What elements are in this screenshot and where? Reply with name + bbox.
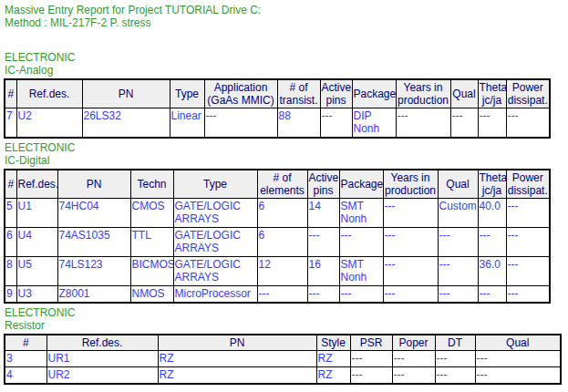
table-cell: GATE/LOGIC ARRAYS xyxy=(173,228,257,257)
section-subcategory: Resistor xyxy=(5,319,566,332)
parts-table-ic-analog: #Ref.des.PNTypeApplication (GaAs MMIC)# … xyxy=(4,78,551,139)
column-header: Active pins xyxy=(307,170,339,199)
column-header: Style xyxy=(316,335,350,351)
column-header: Application (GaAs MMIC) xyxy=(204,79,277,108)
table-cell: MicroProcessor xyxy=(173,286,257,304)
table-cell: 6 xyxy=(257,228,307,257)
table-cell: 4 xyxy=(5,367,46,385)
table-cell: --- xyxy=(506,286,550,304)
column-header: PN xyxy=(57,170,130,199)
sections-container: ELECTRONICIC-Analog#Ref.des.PNTypeApplic… xyxy=(3,51,566,385)
column-header: Type xyxy=(170,79,204,108)
column-header: Poper xyxy=(392,335,435,351)
table-cell: --- xyxy=(478,228,506,257)
table-cell: 7 xyxy=(5,108,16,139)
table-cell: --- xyxy=(392,351,435,367)
table-cell: --- xyxy=(438,286,478,304)
table-cell: --- xyxy=(478,286,506,304)
table-cell: --- xyxy=(383,228,438,257)
table-cell: U3 xyxy=(16,286,57,304)
table-cell: --- xyxy=(204,108,277,139)
table-cell: 14 xyxy=(307,199,339,228)
table-cell: --- xyxy=(435,367,475,385)
table-row: 6U474AS1035TTLGATE/LOGIC ARRAYS6--------… xyxy=(5,228,550,257)
column-header: # of transist. xyxy=(277,79,320,108)
table-cell: U2 xyxy=(16,108,82,139)
table-cell: 88 xyxy=(277,108,320,139)
column-header: Qual xyxy=(450,79,478,108)
section-subcategory: IC-Digital xyxy=(5,154,566,167)
table-cell: UR1 xyxy=(46,351,158,367)
table-cell: 74HC04 xyxy=(57,199,130,228)
section-category: ELECTRONIC xyxy=(5,51,566,64)
table-cell: Custom xyxy=(438,199,478,228)
column-header: Power dissipat. xyxy=(506,170,550,199)
table-cell: --- xyxy=(475,351,561,367)
column-header: # of elements xyxy=(257,170,307,199)
column-header: Theta jc/ja xyxy=(478,79,506,108)
table-row: 9U3Z8001NMOSMicroProcessor--------------… xyxy=(5,286,550,304)
column-header: Active pins xyxy=(320,79,352,108)
table-cell: --- xyxy=(257,286,307,304)
table-cell: SMT Nonh xyxy=(339,257,383,286)
table-cell: 40.0 xyxy=(478,199,506,228)
column-header: # xyxy=(5,170,16,199)
column-header: Package xyxy=(352,79,396,108)
table-cell: TTL xyxy=(130,228,173,257)
column-header: PN xyxy=(82,79,170,108)
column-header: Ref.des. xyxy=(46,335,158,351)
column-header: Ref.des. xyxy=(16,79,82,108)
table-cell: 6 xyxy=(5,228,16,257)
table-cell: 6 xyxy=(257,199,307,228)
table-cell: --- xyxy=(339,286,383,304)
table-cell: SMT Nonh xyxy=(339,199,383,228)
table-cell: GATE/LOGIC ARRAYS xyxy=(173,199,257,228)
table-cell: --- xyxy=(320,108,352,139)
table-cell: 5 xyxy=(5,199,16,228)
table-cell: 26LS32 xyxy=(82,108,170,139)
table-cell: NMOS xyxy=(130,286,173,304)
column-header: Years in production xyxy=(383,170,438,199)
parts-table-ic-digital: #Ref.des.PNTechnType# of elementsActive … xyxy=(4,169,551,304)
table-cell: 74LS123 xyxy=(57,257,130,286)
table-cell: --- xyxy=(506,199,550,228)
header-row: #Ref.des.PNTypeApplication (GaAs MMIC)# … xyxy=(5,79,550,108)
table-cell: --- xyxy=(438,257,478,286)
table-cell: 8 xyxy=(5,257,16,286)
column-header: # xyxy=(5,79,16,108)
table-cell: --- xyxy=(307,228,339,257)
table-cell: RZ xyxy=(316,367,350,385)
table-row: 4UR2RZRZ------------ xyxy=(5,367,561,385)
table-cell: --- xyxy=(383,257,438,286)
table-cell: --- xyxy=(339,228,383,257)
column-header: Power dissipat. xyxy=(506,79,550,108)
report-section: ELECTRONICResistor#Ref.des.PNStylePSRPop… xyxy=(3,306,566,385)
report-section: ELECTRONICIC-Digital#Ref.des.PNTechnType… xyxy=(3,141,566,304)
parts-table-resistor: #Ref.des.PNStylePSRPoperDTQual3UR1RZRZ--… xyxy=(4,334,562,385)
table-row: 8U574LS123BICMOSGATE/LOGIC ARRAYS1216SMT… xyxy=(5,257,550,286)
table-cell: --- xyxy=(438,228,478,257)
report-section: ELECTRONICIC-Analog#Ref.des.PNTypeApplic… xyxy=(3,51,566,139)
table-cell: BICMOS xyxy=(130,257,173,286)
column-header: PN xyxy=(158,335,316,351)
column-header: Techn xyxy=(130,170,173,199)
table-row: 5U174HC04CMOSGATE/LOGIC ARRAYS614SMT Non… xyxy=(5,199,550,228)
table-cell: --- xyxy=(392,367,435,385)
header-row: #Ref.des.PNTechnType# of elementsActive … xyxy=(5,170,550,199)
table-cell: --- xyxy=(396,108,450,139)
table-cell: --- xyxy=(506,228,550,257)
table-row: 3UR1RZRZ------------ xyxy=(5,351,561,367)
table-cell: Z8001 xyxy=(57,286,130,304)
table-cell: DIP Nonh xyxy=(352,108,396,139)
table-cell: RZ xyxy=(158,351,316,367)
table-cell: --- xyxy=(350,367,392,385)
table-cell: --- xyxy=(435,351,475,367)
section-category: ELECTRONIC xyxy=(5,306,566,319)
table-cell: --- xyxy=(383,199,438,228)
table-row: 7U226LS32Linear---88---DIP Nonh---------… xyxy=(5,108,550,139)
report-page: Massive Entry Report for Project TUTORIA… xyxy=(0,0,568,392)
header-row: #Ref.des.PNStylePSRPoperDTQual xyxy=(5,335,561,351)
table-cell: 12 xyxy=(257,257,307,286)
section-subcategory: IC-Analog xyxy=(5,64,566,77)
table-cell: RZ xyxy=(158,367,316,385)
